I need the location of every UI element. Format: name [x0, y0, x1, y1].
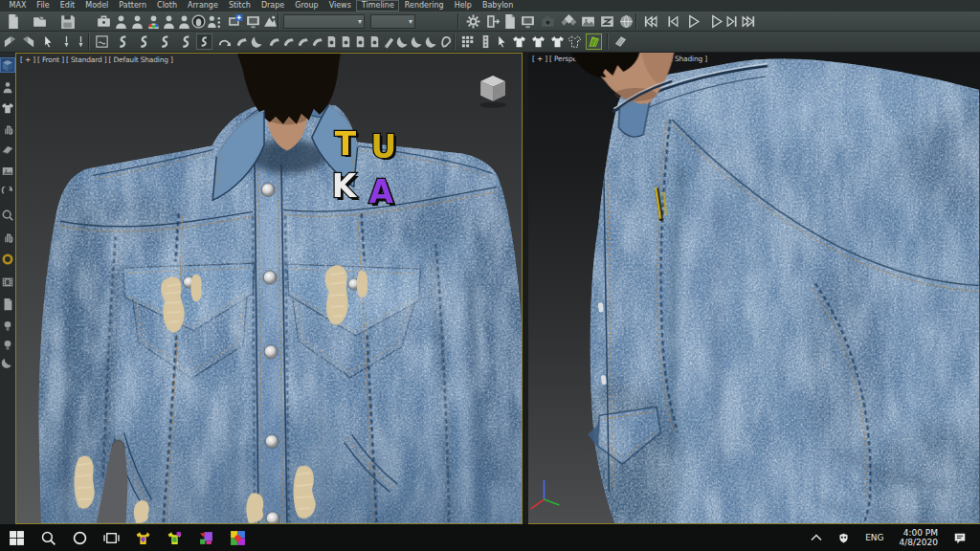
render-mini-icon[interactable]: [1, 355, 14, 368]
menu-babylon[interactable]: Babylon: [477, 0, 518, 11]
fabric-green-icon[interactable]: [587, 34, 601, 49]
shirt-dotted-icon[interactable]: [568, 34, 582, 49]
next-frame-icon[interactable]: [724, 13, 741, 30]
page-a2-icon[interactable]: [368, 34, 382, 49]
curve2-icon[interactable]: [425, 34, 439, 49]
avatar-library-icon[interactable]: [96, 13, 112, 30]
arm-tool-icon[interactable]: [267, 34, 281, 49]
render-frame-icon[interactable]: [599, 13, 615, 30]
add-garment-icon[interactable]: [227, 13, 243, 30]
image-icon[interactable]: [580, 13, 596, 30]
garment-display-icon[interactable]: [1, 100, 14, 114]
menu-drape[interactable]: Drape: [256, 0, 289, 11]
viewport-front[interactable]: [ + ] [ Front ] [ Standard ] [ Default S…: [15, 53, 523, 524]
avatar-editor-icon[interactable]: [113, 13, 129, 30]
cloth-fold-icon[interactable]: [1, 143, 14, 156]
fabric-preset-dropdown[interactable]: ▾: [283, 14, 365, 29]
previous-frame-icon[interactable]: [664, 13, 680, 30]
open-file-icon[interactable]: [32, 13, 48, 30]
snapshot-icon[interactable]: [262, 13, 278, 30]
cloth-roll4-icon[interactable]: [179, 34, 193, 49]
menu-rendering[interactable]: Rendering: [399, 0, 449, 11]
pin2-icon[interactable]: [74, 34, 88, 49]
pin-display-icon[interactable]: [1, 121, 14, 135]
avatar-head-icon[interactable]: [190, 13, 207, 30]
corner-tool-icon[interactable]: [3, 34, 17, 49]
menu-cloth[interactable]: Cloth: [152, 0, 183, 11]
menu-help[interactable]: Help: [449, 0, 477, 11]
arm-tool4-icon[interactable]: [310, 34, 324, 49]
pan-icon[interactable]: [1, 230, 14, 243]
document-icon[interactable]: [501, 13, 518, 30]
avatar-size-icon[interactable]: [206, 13, 222, 30]
size-preset-dropdown[interactable]: ▾: [370, 14, 415, 29]
cortana-icon[interactable]: [68, 526, 91, 549]
fabric-layers-icon[interactable]: [613, 34, 628, 49]
brush-icon[interactable]: [382, 34, 396, 49]
avatar-male-icon[interactable]: [129, 13, 145, 30]
search-icon[interactable]: [36, 526, 59, 549]
go-to-end-icon[interactable]: [741, 13, 757, 30]
shirt3-icon[interactable]: [550, 34, 565, 49]
play-forward-icon[interactable]: [708, 13, 724, 30]
pin-icon[interactable]: [59, 34, 74, 49]
sphere-tool-icon[interactable]: [251, 34, 265, 49]
shirt-icon[interactable]: [512, 34, 526, 49]
uv-grid-icon[interactable]: [460, 34, 475, 49]
menu-pattern[interactable]: Pattern: [114, 0, 152, 11]
curve-arrow-icon[interactable]: [234, 34, 249, 49]
page-b2-icon[interactable]: [339, 34, 353, 49]
menu-max[interactable]: MAX: [4, 0, 32, 11]
viewport-cube-gizmo[interactable]: [479, 76, 506, 108]
pattern-page-icon[interactable]: [1, 297, 14, 310]
start-button[interactable]: [5, 526, 28, 549]
play-backward-icon[interactable]: [685, 13, 702, 30]
app-garment-yellow-icon[interactable]: [131, 526, 154, 549]
avatar-colorways-icon[interactable]: [145, 13, 162, 30]
app-grid-color-icon[interactable]: [226, 526, 249, 549]
sew-tool-icon[interactable]: [197, 34, 212, 49]
sphere2-icon[interactable]: [396, 34, 411, 49]
tray-chevron-icon[interactable]: [811, 534, 822, 541]
arc-tool-icon[interactable]: [217, 34, 232, 49]
texture-checker-icon[interactable]: [561, 13, 577, 30]
menu-group[interactable]: Group: [290, 0, 323, 11]
settings-gear-icon[interactable]: [465, 13, 481, 30]
shirt2-icon[interactable]: [531, 34, 546, 49]
app-garment-lime-icon[interactable]: [163, 526, 186, 549]
workspace-icon[interactable]: [520, 13, 536, 30]
menu-file[interactable]: File: [32, 0, 55, 11]
cloth-roll2-icon[interactable]: [137, 34, 151, 49]
avatar-pose-icon[interactable]: [161, 13, 177, 30]
menu-edit[interactable]: Edit: [55, 0, 80, 11]
zoom-icon[interactable]: [1, 208, 14, 221]
cloth-roll-icon[interactable]: [116, 34, 130, 49]
menu-views[interactable]: Views: [323, 0, 356, 11]
notification-center-icon[interactable]: [953, 531, 967, 544]
pick-cursor-icon[interactable]: [495, 34, 509, 49]
arm-tool3-icon[interactable]: [296, 34, 310, 49]
new-file-icon[interactable]: [5, 13, 21, 30]
select-3d-icon[interactable]: [1, 58, 14, 72]
viewport-perspective[interactable]: [ + ] [ Perspective ] [ Standard ] [ Def…: [528, 53, 980, 524]
page-b-icon[interactable]: [324, 34, 339, 49]
panel-strip-icon[interactable]: [479, 34, 493, 49]
go-to-start-icon[interactable]: [642, 13, 658, 30]
focus-ring-icon[interactable]: [1, 252, 14, 265]
menu-arrange[interactable]: Arrange: [182, 0, 223, 11]
page-a-icon[interactable]: [353, 34, 368, 49]
garment-window-icon[interactable]: [245, 13, 261, 30]
tray-app-icon[interactable]: [837, 532, 850, 544]
select-arrow-icon[interactable]: [41, 34, 56, 49]
camera-icon[interactable]: [540, 13, 556, 30]
texture-display-icon[interactable]: [1, 164, 14, 177]
pattern-window-icon[interactable]: [95, 34, 109, 49]
task-view-icon[interactable]: [100, 526, 122, 549]
save-file-icon[interactable]: [59, 13, 76, 30]
globe-icon[interactable]: [618, 13, 635, 30]
avatar-display-icon[interactable]: [1, 79, 14, 93]
menu-timeline[interactable]: Timeline: [356, 0, 399, 11]
light-bulb-icon[interactable]: [1, 319, 14, 332]
arm-tool2-icon[interactable]: [281, 34, 296, 49]
tray-clock[interactable]: 4:00 PM 4/8/2020: [900, 528, 938, 547]
